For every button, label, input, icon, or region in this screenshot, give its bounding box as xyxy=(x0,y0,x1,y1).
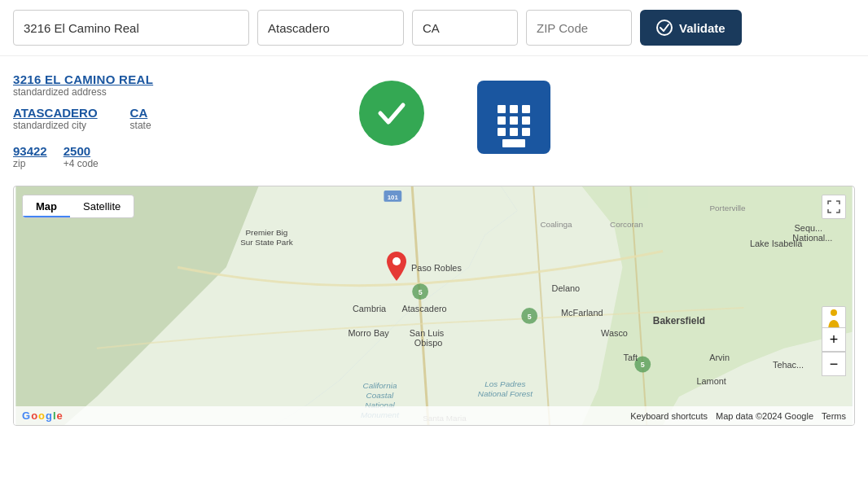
building-row-door xyxy=(502,139,525,147)
svg-point-45 xyxy=(392,257,401,265)
map-tab-satellite[interactable]: Satellite xyxy=(70,195,134,217)
map-fullscreen-button[interactable] xyxy=(822,195,846,219)
terms-link[interactable]: Terms xyxy=(822,411,846,421)
map-tabs: Map Satellite xyxy=(22,195,134,218)
svg-text:National Forest: National Forest xyxy=(478,389,534,398)
state-label: state xyxy=(130,120,151,131)
bdot-wide xyxy=(502,139,525,147)
city-input[interactable]: Atascadero xyxy=(257,10,404,46)
bdot xyxy=(510,105,518,113)
keyboard-shortcuts-link[interactable]: Keyboard shortcuts xyxy=(630,411,708,421)
svg-text:Taft: Taft xyxy=(624,353,638,362)
zoom-out-button[interactable]: − xyxy=(822,352,846,376)
svg-text:Corcoran: Corcoran xyxy=(610,220,643,229)
svg-text:Coastal: Coastal xyxy=(366,391,394,400)
check-icon xyxy=(374,95,410,131)
bdot xyxy=(498,128,506,136)
fullscreen-icon xyxy=(827,200,840,213)
plus4-col: 2500 +4 code xyxy=(64,144,99,177)
building-icon xyxy=(477,81,550,154)
city-value: ATASCADERO xyxy=(13,106,98,120)
svg-text:McFarland: McFarland xyxy=(561,308,603,318)
map-footer: Google Keyboard shortcuts Map data ©2024… xyxy=(14,406,854,425)
svg-text:Sur State Park: Sur State Park xyxy=(240,238,293,247)
g-letter-red2: e xyxy=(57,410,63,422)
g-letter-red: o xyxy=(31,410,37,422)
bdot xyxy=(522,116,530,125)
city-state-row: ATASCADERO standardized city CA state xyxy=(13,106,322,139)
g-letter-green: l xyxy=(53,410,56,422)
svg-text:National...: National... xyxy=(792,233,832,243)
svg-text:5: 5 xyxy=(419,288,423,296)
google-logo: Google xyxy=(22,410,63,422)
svg-text:5: 5 xyxy=(641,361,645,369)
map-tab-map[interactable]: Map xyxy=(23,195,70,217)
svg-text:Arvin: Arvin xyxy=(709,353,730,362)
bdot xyxy=(510,116,518,125)
green-checkmark xyxy=(359,81,424,146)
plus4-value: 2500 xyxy=(64,144,99,158)
svg-text:Sequ...: Sequ... xyxy=(795,223,823,233)
building-row-1 xyxy=(498,105,530,113)
map-data-text: Map data ©2024 Google xyxy=(716,411,813,421)
street-label: standardized address xyxy=(13,86,322,98)
validate-check-icon xyxy=(656,20,673,36)
top-bar: 3216 El Camino Real Atascadero CA Valida… xyxy=(0,0,868,56)
result-section: 3216 EL CAMINO REAL standardized address… xyxy=(0,56,868,186)
validate-label: Validate xyxy=(679,21,726,35)
validation-checkmark-area xyxy=(339,81,445,146)
g-letter-blue: G xyxy=(22,410,30,422)
svg-text:California: California xyxy=(362,381,397,390)
svg-text:Lamont: Lamont xyxy=(696,376,726,386)
svg-text:Morro Bay: Morro Bay xyxy=(348,328,389,338)
svg-text:Tehac...: Tehac... xyxy=(773,360,804,370)
zip-label: zip xyxy=(13,158,47,169)
state-input[interactable]: CA xyxy=(412,10,518,46)
validate-button[interactable]: Validate xyxy=(640,10,742,46)
bdot xyxy=(522,128,530,136)
address-input[interactable]: 3216 El Camino Real xyxy=(13,10,249,46)
bdot xyxy=(498,105,506,113)
bdot xyxy=(522,105,530,113)
map-zoom-controls: + − xyxy=(822,327,846,376)
svg-text:Los Padres: Los Padres xyxy=(484,379,525,388)
state-col: CA state xyxy=(130,106,151,139)
building-row-3 xyxy=(498,128,530,136)
svg-text:Wasco: Wasco xyxy=(601,328,628,338)
svg-text:Obispo: Obispo xyxy=(414,338,443,348)
location-pin xyxy=(387,252,406,284)
svg-point-46 xyxy=(831,309,837,316)
map-footer-links: Keyboard shortcuts Map data ©2024 Google… xyxy=(630,411,846,421)
plus4-label: +4 code xyxy=(64,158,99,169)
building-icon-area xyxy=(461,81,567,154)
zip-input[interactable] xyxy=(526,10,632,46)
svg-text:Delano: Delano xyxy=(552,283,581,293)
svg-text:San Luis: San Luis xyxy=(410,328,445,338)
svg-text:101: 101 xyxy=(388,194,399,201)
svg-text:Premier Big: Premier Big xyxy=(245,228,287,237)
street-line: 3216 EL CAMINO REAL xyxy=(13,72,322,86)
zoom-in-button[interactable]: + xyxy=(822,327,846,352)
state-value: CA xyxy=(130,106,151,120)
svg-text:Porterville: Porterville xyxy=(709,204,746,213)
city-col: ATASCADERO standardized city xyxy=(13,106,98,139)
svg-text:Coalinga: Coalinga xyxy=(540,220,572,229)
address-details: 3216 EL CAMINO REAL standardized address… xyxy=(13,72,322,177)
building-row-2 xyxy=(498,116,530,125)
svg-text:Paso Robles: Paso Robles xyxy=(411,263,462,273)
svg-text:Cambria: Cambria xyxy=(353,304,387,313)
g-letter-blue2: g xyxy=(46,410,52,422)
map-section: 5 5 5 101 Paso Robles Atascadero San Lui… xyxy=(13,186,855,426)
svg-text:Atascadero: Atascadero xyxy=(401,304,446,313)
svg-text:5: 5 xyxy=(528,313,532,321)
g-letter-yellow: o xyxy=(38,410,45,422)
map-background: 5 5 5 101 Paso Robles Atascadero San Lui… xyxy=(14,186,854,425)
bdot xyxy=(510,128,518,136)
bdot xyxy=(498,116,506,125)
svg-text:Bakersfield: Bakersfield xyxy=(653,315,705,326)
zip-value: 93422 xyxy=(13,144,47,158)
zip-col: 93422 zip xyxy=(13,144,47,177)
city-label: standardized city xyxy=(13,120,98,131)
zip-row: 93422 zip 2500 +4 code xyxy=(13,144,322,177)
